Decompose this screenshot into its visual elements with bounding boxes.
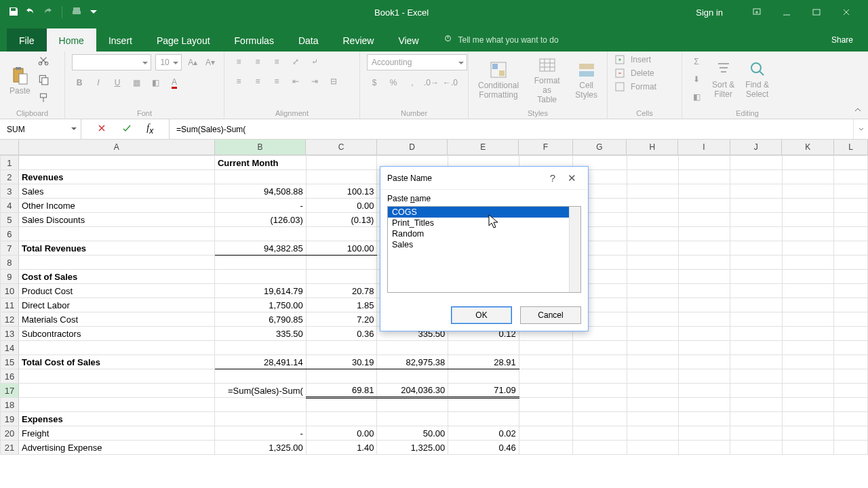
cell[interactable] — [627, 398, 678, 412]
cell[interactable] — [834, 341, 868, 355]
cell[interactable] — [782, 341, 834, 355]
name-box[interactable]: SUM — [0, 119, 81, 139]
cell[interactable] — [678, 256, 730, 270]
cell[interactable] — [627, 312, 678, 327]
cell[interactable] — [18, 227, 214, 241]
align-center-icon[interactable]: ≡ — [250, 74, 265, 89]
cell[interactable] — [448, 412, 519, 426]
cell[interactable] — [678, 284, 730, 298]
column-header[interactable]: L — [834, 140, 868, 155]
cell[interactable] — [782, 256, 834, 270]
row-header[interactable]: 21 — [1, 441, 19, 455]
list-item[interactable]: Random — [388, 228, 580, 239]
cell[interactable]: 0.46 — [448, 441, 519, 455]
cancel-formula-icon[interactable] — [97, 123, 106, 135]
row-header[interactable]: 5 — [1, 213, 19, 227]
tell-me-search[interactable]: Tell me what you want to do — [431, 28, 571, 52]
cell[interactable] — [730, 199, 783, 213]
cell[interactable] — [627, 355, 678, 369]
cell[interactable]: 94,382.85 — [214, 241, 306, 256]
maximize-icon[interactable] — [802, 3, 831, 22]
cell[interactable] — [519, 426, 573, 441]
merge-center-button[interactable]: ⊟ — [326, 74, 341, 89]
row-header[interactable]: 12 — [1, 312, 19, 327]
find-select-button[interactable]: Find & Select — [743, 58, 772, 100]
column-header[interactable]: F — [519, 140, 573, 155]
cell[interactable] — [678, 270, 730, 284]
cell[interactable] — [782, 426, 834, 441]
row-header[interactable]: 13 — [1, 327, 19, 341]
cell[interactable] — [18, 369, 214, 384]
cell[interactable] — [377, 398, 448, 412]
indent-increase-icon[interactable]: ⇥ — [307, 74, 322, 89]
cell[interactable] — [834, 156, 868, 170]
cell[interactable] — [834, 184, 868, 199]
cell[interactable] — [782, 156, 834, 170]
cell[interactable] — [214, 369, 306, 384]
cell[interactable] — [782, 199, 834, 213]
cell[interactable] — [306, 170, 377, 184]
cell[interactable] — [730, 298, 783, 312]
font-color-button[interactable]: A — [167, 75, 182, 90]
wrap-text-button[interactable]: ⤶ — [307, 54, 322, 69]
paste-name-listbox[interactable]: COGSPrint_TitlesRandomSales — [387, 206, 581, 293]
list-item[interactable]: Sales — [388, 239, 580, 250]
row-header[interactable]: 11 — [1, 298, 19, 312]
cell[interactable] — [678, 312, 730, 327]
tab-home[interactable]: Home — [47, 28, 96, 52]
cell[interactable] — [627, 170, 678, 184]
row-header[interactable]: 2 — [1, 170, 19, 184]
cell[interactable] — [678, 327, 730, 341]
cell[interactable] — [730, 441, 783, 455]
row-header[interactable]: 19 — [1, 412, 19, 426]
cell[interactable] — [730, 312, 783, 327]
cell[interactable] — [306, 412, 377, 426]
cell[interactable] — [627, 256, 678, 270]
cell[interactable] — [678, 213, 730, 227]
collapse-ribbon-icon[interactable] — [852, 104, 864, 116]
tab-view[interactable]: View — [386, 28, 431, 52]
cell[interactable]: Advertising Expense — [18, 441, 214, 455]
cell[interactable] — [377, 412, 448, 426]
tab-review[interactable]: Review — [331, 28, 387, 52]
cell[interactable] — [730, 284, 783, 298]
cell[interactable] — [834, 369, 868, 384]
cell[interactable]: 28,491.14 — [214, 355, 306, 369]
cell[interactable] — [627, 298, 678, 312]
cell[interactable] — [627, 227, 678, 241]
cell[interactable]: 71.09 — [448, 384, 519, 398]
cell[interactable] — [834, 256, 868, 270]
cell[interactable] — [377, 369, 448, 384]
cell[interactable] — [678, 355, 730, 369]
column-header[interactable]: E — [448, 140, 519, 155]
list-item[interactable]: Print_Titles — [388, 218, 580, 228]
cell[interactable] — [306, 156, 377, 170]
qat-customize-icon[interactable] — [88, 6, 99, 19]
fill-color-button[interactable]: ◧ — [148, 75, 163, 90]
cell[interactable]: 82,975.38 — [377, 355, 448, 369]
cell[interactable] — [834, 241, 868, 256]
cell[interactable] — [834, 270, 868, 284]
cell[interactable] — [573, 398, 627, 412]
cell[interactable] — [448, 369, 519, 384]
cell[interactable]: 1.40 — [306, 441, 377, 455]
cell[interactable]: Expenses — [18, 412, 214, 426]
cell[interactable] — [834, 398, 868, 412]
cell[interactable] — [782, 227, 834, 241]
cell[interactable] — [448, 341, 519, 355]
cell[interactable] — [18, 156, 214, 170]
cell[interactable] — [678, 184, 730, 199]
cell[interactable] — [18, 256, 214, 270]
column-header[interactable]: K — [782, 140, 834, 155]
cell[interactable] — [627, 426, 678, 441]
listbox-scrollbar[interactable] — [569, 207, 580, 292]
insert-function-icon[interactable]: fx — [146, 123, 153, 136]
bold-button[interactable]: B — [72, 75, 87, 90]
cell[interactable] — [18, 384, 214, 398]
align-bottom-icon[interactable]: ≡ — [269, 54, 284, 69]
cell[interactable] — [306, 369, 377, 384]
cell-styles-button[interactable]: Cell Styles — [572, 59, 600, 101]
cell[interactable] — [782, 170, 834, 184]
cell[interactable]: 20.78 — [306, 284, 377, 298]
cell[interactable] — [678, 241, 730, 256]
